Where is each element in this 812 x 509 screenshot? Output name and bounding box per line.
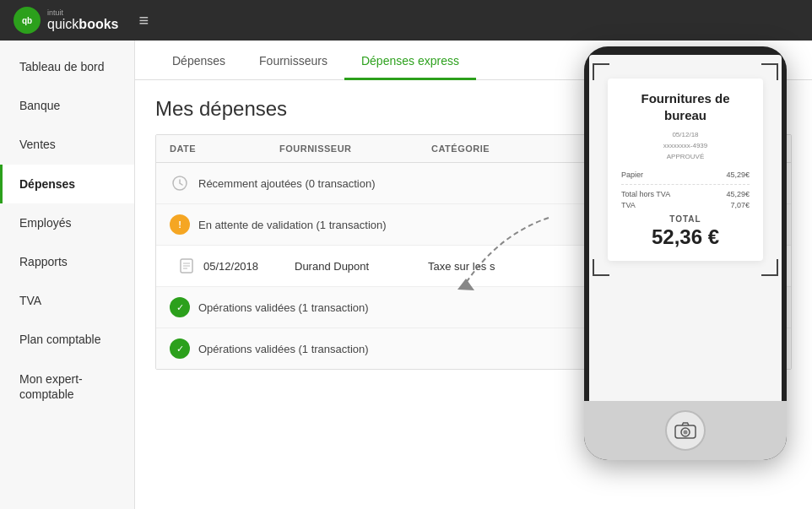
row-validated-label-2: Opérations validées (1 transaction) (198, 343, 369, 355)
sidebar-item-tableau[interactable]: Tableau de bord (0, 47, 134, 86)
phone-screen: Fournitures de bureau 05/12/18 xxxxxxxx-… (589, 55, 782, 401)
receipt-divider (621, 184, 750, 185)
camera-button[interactable] (665, 410, 706, 451)
clock-icon (170, 173, 190, 193)
receipt-title: Fournitures de bureau (621, 90, 750, 123)
col-supplier-header: FOURNISSEUR (279, 143, 431, 154)
receipt-line-tva: TVA 7,07€ (621, 201, 750, 209)
sidebar-item-ventes[interactable]: Ventes (0, 125, 134, 164)
bracket-tl (593, 63, 609, 80)
row-supplier: Durand Dupont (295, 260, 421, 273)
tab-depenses-express[interactable]: Dépenses express (344, 41, 476, 80)
hamburger-button[interactable]: ≡ (138, 11, 149, 30)
phone-mockup: Fournitures de bureau 05/12/18 xxxxxxxx-… (584, 46, 787, 460)
check-icon: ✓ (170, 297, 190, 317)
receipt-meta: 05/12/18 xxxxxxxx-4939 APPROUVÉ (621, 130, 750, 162)
bracket-br (761, 259, 778, 276)
receipt-total-label: TOTAL (621, 214, 750, 224)
row-recently-added-label: Récemment ajoutées (0 transaction) (198, 177, 376, 190)
sidebar-item-plan-comptable[interactable]: Plan comptable (0, 320, 134, 359)
svg-text:qb: qb (22, 16, 32, 25)
sidebar-item-tva[interactable]: TVA (0, 281, 134, 320)
bracket-bl (593, 259, 609, 276)
phone-camera-bar (584, 401, 787, 460)
bracket-tr (761, 63, 778, 80)
sidebar-item-banque[interactable]: Banque (0, 86, 134, 125)
row-pending-label: En attente de validation (1 transaction) (198, 219, 387, 231)
document-icon (176, 256, 197, 276)
logo-text: intuit quickbooks (47, 9, 118, 32)
col-date-header: DATE (170, 143, 279, 154)
tab-depenses[interactable]: Dépenses (155, 41, 242, 80)
svg-point-10 (684, 430, 688, 435)
receipt-card: Fournitures de bureau 05/12/18 xxxxxxxx-… (608, 79, 763, 261)
logo-icon: qb (14, 7, 41, 34)
receipt-total-amount: 52,36 € (621, 225, 750, 249)
sidebar-item-rapports[interactable]: Rapports (0, 242, 134, 281)
receipt-line-papier: Papier 45,29€ (621, 171, 750, 179)
logo: qb intuit quickbooks (14, 7, 118, 34)
sidebar: Tableau de bord Banque Ventes Dépenses E… (0, 41, 135, 509)
receipt-line-ht: Total hors TVA 45,29€ (621, 190, 750, 198)
sidebar-item-employes[interactable]: Employés (0, 203, 134, 242)
sidebar-item-expert[interactable]: Mon expert-comptable (0, 360, 134, 414)
tab-fournisseurs[interactable]: Fournisseurs (242, 41, 344, 80)
warning-icon: ! (170, 214, 190, 235)
top-nav: qb intuit quickbooks ≡ (0, 0, 812, 41)
sidebar-item-depenses[interactable]: Dépenses (0, 165, 134, 203)
row-validated-label-1: Opérations validées (1 transaction) (198, 301, 369, 314)
row-date: 05/12/2018 (203, 260, 288, 273)
check-icon: ✓ (170, 338, 190, 359)
